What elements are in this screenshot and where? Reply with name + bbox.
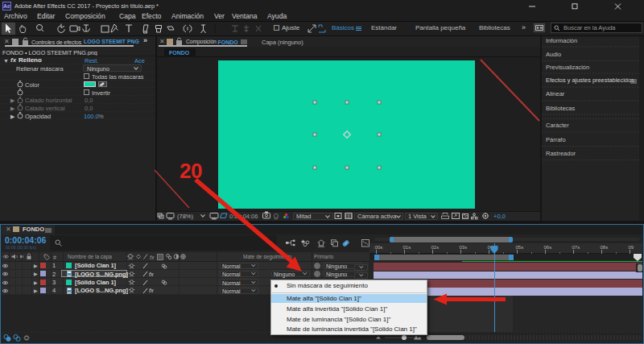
svg-text:20: 20	[180, 159, 202, 183]
